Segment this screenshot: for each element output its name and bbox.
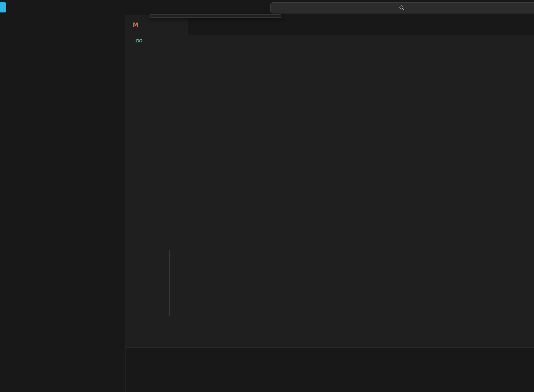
bottom-panel [126,347,534,392]
vscode-window: M GO [0,0,534,392]
go-icon: GO [134,38,142,43]
indent-guide [169,250,170,316]
panel-tab-bar [126,348,534,363]
run-menu-dropdown [149,14,282,18]
search-icon [399,5,405,11]
activity-bar [0,15,12,392]
editor-background[interactable] [126,46,534,347]
tab-makefile[interactable]: M [126,15,188,35]
title-bar [0,0,534,15]
command-center-search[interactable] [270,2,534,13]
vscode-logo [0,2,6,12]
explorer-sidebar [12,15,126,392]
makefile-icon: M [132,22,139,28]
breadcrumb[interactable]: GO [126,35,534,46]
editor-tab-bar: M [126,15,534,35]
